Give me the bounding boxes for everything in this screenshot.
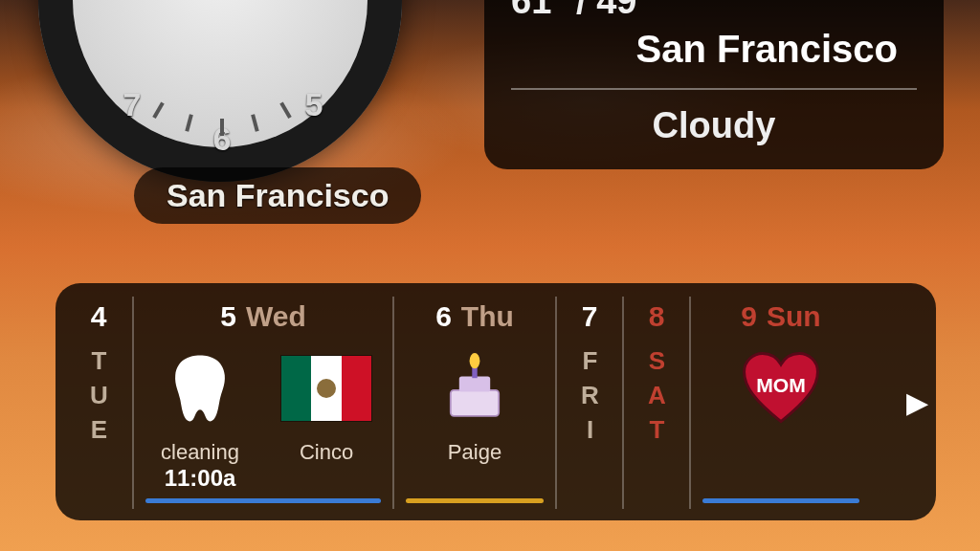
day-of-week: Sun (767, 300, 821, 333)
weather-widget[interactable]: 61° / 49° San Francisco Cloudy (484, 0, 944, 169)
calendar-events: MOM (724, 342, 838, 434)
calendar-next-arrow[interactable]: ▶ (906, 386, 928, 419)
calendar-strip[interactable]: 4 TUE 5 Wed cleaning 11:00a Cinco (56, 283, 936, 520)
calendar-day-8[interactable]: 8 SAT (622, 297, 689, 509)
event-label: Cinco (300, 440, 353, 465)
calendar-day-6[interactable]: 6 Thu Paige (392, 297, 555, 509)
event-indicator-bar (406, 498, 544, 503)
weather-high: 61° (511, 0, 566, 21)
event-time: 11:00a (165, 465, 236, 492)
day-number: 5 (220, 300, 236, 333)
calendar-events: Paige (417, 342, 532, 465)
weather-divider (511, 88, 917, 90)
svg-rect-0 (451, 390, 499, 416)
event-cinco[interactable]: Cinco (269, 342, 384, 492)
day-of-week: Wed (246, 300, 306, 333)
mexico-flag-icon (280, 342, 372, 434)
clock-city-pill[interactable]: San Francisco (134, 167, 421, 224)
weather-range: 61° / 49° (511, 0, 917, 22)
event-indicator-bar (145, 498, 381, 503)
svg-point-3 (470, 353, 480, 368)
weather-low: 49° (596, 0, 651, 21)
day-of-week: FRI (575, 346, 605, 450)
event-indicator-bar (702, 498, 859, 503)
clock-tick (220, 119, 224, 136)
event-label: Paige (448, 440, 501, 465)
day-number: 4 (91, 300, 107, 333)
calendar-day-9[interactable]: 9 Sun MOM (689, 297, 871, 509)
cake-icon (429, 342, 521, 434)
svg-rect-1 (459, 376, 490, 391)
event-paige[interactable]: Paige (417, 342, 532, 465)
weather-city: San Francisco (511, 28, 917, 71)
day-of-week: Thu (461, 300, 514, 333)
heart-mom-icon: MOM (735, 342, 827, 434)
calendar-day-5[interactable]: 5 Wed cleaning 11:00a Cinco (132, 297, 392, 509)
calendar-day-4[interactable]: 4 TUE (65, 297, 132, 509)
day-number: 9 (741, 300, 757, 333)
clock-city-label: San Francisco (167, 177, 389, 213)
clock-numeral-7: 7 (113, 86, 151, 124)
chevron-right-icon: ▶ (906, 386, 928, 418)
clock-numeral-5: 5 (295, 86, 333, 124)
analog-clock[interactable]: 5 6 7 (38, 0, 402, 182)
calendar-events: cleaning 11:00a Cinco (143, 342, 384, 492)
event-label: cleaning (161, 440, 239, 465)
tooth-icon (154, 342, 246, 434)
event-mothers-day[interactable]: MOM (724, 342, 838, 434)
day-of-week: TUE (84, 346, 114, 450)
weather-condition: Cloudy (511, 105, 917, 146)
calendar-day-7[interactable]: 7 FRI (555, 297, 622, 509)
day-of-week: SAT (642, 346, 672, 450)
svg-text:MOM: MOM (756, 374, 806, 396)
event-cleaning[interactable]: cleaning 11:00a (143, 342, 257, 492)
day-number: 6 (435, 300, 452, 333)
day-number: 7 (582, 300, 598, 333)
day-number: 8 (649, 300, 665, 333)
